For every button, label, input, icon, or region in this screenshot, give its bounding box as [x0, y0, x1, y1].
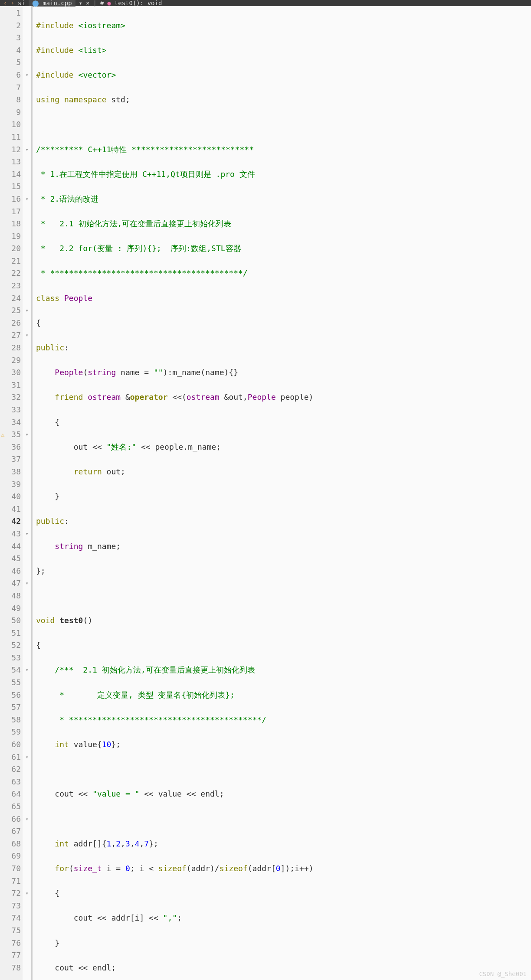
code-line[interactable]: cout << addr[i] << ","; — [36, 912, 531, 924]
nav-back-icon[interactable]: ‹ — [3, 0, 7, 7]
code-line[interactable]: out << "姓名:" << people.m_name; — [36, 441, 531, 454]
code-line[interactable]: * 2.1 初始化方法,可在变量后直接更上初始化列表 — [36, 218, 531, 230]
code-line[interactable]: { — [36, 416, 531, 429]
code-line[interactable]: * **************************************… — [36, 714, 531, 726]
top-bar: ‹ › si ⬤ main.cpp ▾ × | # ● test0(): voi… — [0, 0, 531, 6]
code-line[interactable]: #include <vector> — [36, 69, 531, 82]
code-line[interactable]: #include <iostream> — [36, 20, 531, 32]
code-line[interactable]: } — [36, 937, 531, 950]
tab-prefix: si — [18, 0, 25, 7]
code-line[interactable]: int value{10}; — [36, 738, 531, 751]
code-line[interactable] — [36, 763, 531, 776]
code-line[interactable]: #include <list> — [36, 44, 531, 57]
cpp-file-icon: ⬤ — [32, 0, 39, 7]
code-area[interactable]: #include <iostream> #include <list> #inc… — [33, 6, 531, 980]
breadcrumb-function[interactable]: test0(): void — [115, 0, 162, 7]
code-line[interactable]: public: — [36, 515, 531, 528]
code-line[interactable] — [36, 590, 531, 602]
code-line[interactable]: class People — [36, 292, 531, 305]
fold-column — [23, 6, 31, 980]
watermark: CSDN @_She001 — [479, 970, 527, 977]
code-line[interactable]: int addr[]{1,2,3,4,7}; — [36, 838, 531, 850]
code-line[interactable]: cout << "value = " << value << endl; — [36, 788, 531, 800]
code-line[interactable]: using namespace std; — [36, 94, 531, 106]
code-line[interactable]: { — [36, 639, 531, 652]
code-line[interactable]: { — [36, 887, 531, 900]
code-line[interactable]: public: — [36, 342, 531, 354]
code-line[interactable]: return out; — [36, 466, 531, 478]
tab-main-cpp[interactable]: ⬤ main.cpp — [29, 0, 75, 7]
line-number-gutter: 1234567891011121314151617181920212223242… — [0, 6, 23, 980]
code-line[interactable]: * 1.在工程文件中指定使用 C++11,Qt项目则是 .pro 文件 — [36, 168, 531, 181]
function-icon: ● — [107, 0, 111, 7]
code-line[interactable]: }; — [36, 565, 531, 578]
code-line[interactable]: { — [36, 317, 531, 330]
tab-arrow-icon[interactable]: ▾ — [79, 0, 82, 7]
code-line[interactable]: for(size_t i = 0; i < sizeof(addr)/sizeo… — [36, 862, 531, 875]
code-line[interactable]: /*** 2.1 初始化方法,可在变量后直接更上初始化列表 — [36, 664, 531, 676]
code-line[interactable] — [36, 118, 531, 131]
code-line[interactable]: void test0() — [36, 614, 531, 627]
code-line[interactable] — [36, 813, 531, 826]
code-editor[interactable]: 1234567891011121314151617181920212223242… — [0, 6, 531, 980]
code-line[interactable]: string m_name; — [36, 540, 531, 553]
code-line[interactable]: cout << endl; — [36, 962, 531, 974]
code-line[interactable]: /********* C++11特性 *********************… — [36, 144, 531, 156]
close-icon[interactable]: × — [86, 0, 89, 7]
breadcrumb-hash-icon: # — [100, 0, 104, 7]
code-line[interactable]: friend ostream &operator <<(ostream &out… — [36, 391, 531, 404]
nav-forward-icon[interactable]: › — [10, 0, 14, 7]
code-line[interactable]: } — [36, 490, 531, 503]
code-line[interactable]: * **************************************… — [36, 267, 531, 280]
code-line[interactable]: * 2.2 for(变量 : 序列){}; 序列:数组,STL容器 — [36, 242, 531, 255]
tab-label: main.cpp — [43, 0, 72, 7]
code-line[interactable]: * 定义变量, 类型 变量名{初始化列表}; — [36, 689, 531, 702]
code-line[interactable]: * 2.语法的改进 — [36, 193, 531, 206]
code-line[interactable]: People(string name = ""):m_name(name){} — [36, 366, 531, 379]
separator: | — [93, 0, 96, 7]
